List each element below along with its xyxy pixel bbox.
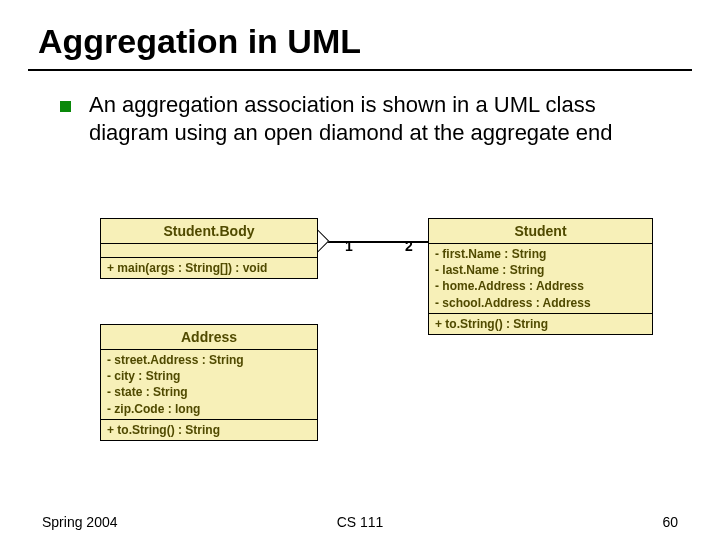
footer-page-number: 60	[662, 514, 678, 530]
attr: - zip.Code : long	[107, 401, 311, 417]
class-attrs: - first.Name : String - last.Name : Stri…	[429, 244, 652, 314]
class-ops: + to.String() : String	[101, 420, 317, 440]
uml-diagram: 1 2 Student.Body + main(args : String[])…	[0, 218, 720, 498]
class-name: Student	[429, 219, 652, 244]
class-attrs-empty	[101, 244, 317, 258]
attr: - city : String	[107, 368, 311, 384]
slide-footer: Spring 2004 CS 111 60	[0, 514, 720, 530]
square-bullet-icon	[60, 101, 71, 112]
footer-left: Spring 2004	[42, 514, 118, 530]
bullet-text: An aggregation association is shown in a…	[89, 91, 680, 146]
class-attrs: - street.Address : String - city : Strin…	[101, 350, 317, 420]
slide-title: Aggregation in UML	[0, 0, 720, 61]
attr: - last.Name : String	[435, 262, 646, 278]
class-studentbody: Student.Body + main(args : String[]) : v…	[100, 218, 318, 279]
footer-center: CS 111	[337, 514, 384, 530]
attr: - state : String	[107, 384, 311, 400]
class-name: Address	[101, 325, 317, 350]
class-student: Student - first.Name : String - last.Nam…	[428, 218, 653, 335]
multiplicity-right: 2	[405, 238, 413, 254]
class-address: Address - street.Address : String - city…	[100, 324, 318, 441]
multiplicity-left: 1	[345, 238, 353, 254]
class-name: Student.Body	[101, 219, 317, 244]
attr: - school.Address : Address	[435, 295, 646, 311]
attr: - first.Name : String	[435, 246, 646, 262]
class-ops: + to.String() : String	[429, 314, 652, 334]
class-op: + main(args : String[]) : void	[101, 258, 317, 278]
attr: - home.Address : Address	[435, 278, 646, 294]
attr: - street.Address : String	[107, 352, 311, 368]
bullet-item: An aggregation association is shown in a…	[0, 71, 720, 146]
